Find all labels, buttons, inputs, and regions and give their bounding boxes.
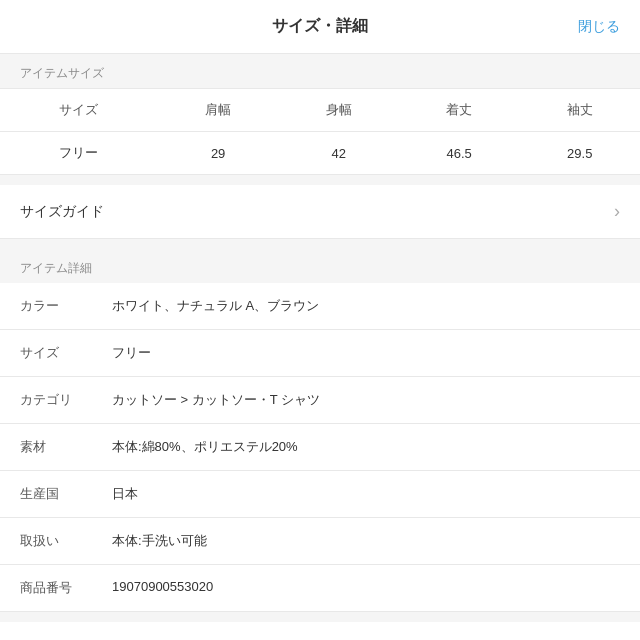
detail-key-care: 取扱い bbox=[20, 532, 92, 550]
cell-length: 46.5 bbox=[399, 132, 520, 175]
detail-value-size: フリー bbox=[92, 344, 151, 362]
col-size: サイズ bbox=[0, 89, 158, 132]
separator-bottom bbox=[0, 612, 640, 622]
detail-row-product-number: 商品番号 19070900553020 bbox=[0, 565, 640, 612]
detail-key-color: カラー bbox=[20, 297, 92, 315]
detail-value-material: 本体:綿80%、ポリエステル20% bbox=[92, 438, 298, 456]
col-body: 身幅 bbox=[278, 89, 399, 132]
detail-key-size: サイズ bbox=[20, 344, 92, 362]
col-shoulder: 肩幅 bbox=[158, 89, 279, 132]
col-length: 着丈 bbox=[399, 89, 520, 132]
table-header-row: サイズ 肩幅 身幅 着丈 袖丈 bbox=[0, 89, 640, 132]
detail-row-care: 取扱い 本体:手洗い可能 bbox=[0, 518, 640, 565]
detail-row-size: サイズ フリー bbox=[0, 330, 640, 377]
detail-row-material: 素材 本体:綿80%、ポリエステル20% bbox=[0, 424, 640, 471]
close-button[interactable]: 閉じる bbox=[578, 18, 620, 36]
col-sleeve: 袖丈 bbox=[519, 89, 640, 132]
cell-body: 42 bbox=[278, 132, 399, 175]
detail-key-origin: 生産国 bbox=[20, 485, 92, 503]
cell-size: フリー bbox=[0, 132, 158, 175]
detail-key-material: 素材 bbox=[20, 438, 92, 456]
item-detail-label: アイテム詳細 bbox=[20, 261, 92, 275]
detail-row-color: カラー ホワイト、ナチュラル A、ブラウン bbox=[0, 283, 640, 330]
table-row: フリー 29 42 46.5 29.5 bbox=[0, 132, 640, 175]
detail-row-origin: 生産国 日本 bbox=[0, 471, 640, 518]
item-size-label: アイテムサイズ bbox=[20, 66, 104, 80]
detail-value-product-number: 19070900553020 bbox=[92, 579, 213, 594]
detail-value-origin: 日本 bbox=[92, 485, 138, 503]
size-guide-label: サイズガイド bbox=[20, 203, 104, 221]
cell-shoulder: 29 bbox=[158, 132, 279, 175]
header: サイズ・詳細 閉じる bbox=[0, 0, 640, 54]
chevron-right-icon: › bbox=[614, 201, 620, 222]
detail-value-category: カットソー > カットソー・T シャツ bbox=[92, 391, 320, 409]
page-container: サイズ・詳細 閉じる アイテムサイズ サイズ 肩幅 身幅 着丈 袖丈 フリー 2… bbox=[0, 0, 640, 622]
size-guide-row[interactable]: サイズガイド › bbox=[0, 185, 640, 239]
item-size-section-bg: アイテムサイズ bbox=[0, 54, 640, 88]
detail-key-category: カテゴリ bbox=[20, 391, 92, 409]
size-table-container: サイズ 肩幅 身幅 着丈 袖丈 フリー 29 42 46.5 29.5 bbox=[0, 88, 640, 175]
item-detail-section-bg: アイテム詳細 bbox=[0, 249, 640, 283]
detail-row-category: カテゴリ カットソー > カットソー・T シャツ bbox=[0, 377, 640, 424]
separator-2 bbox=[0, 239, 640, 249]
detail-value-color: ホワイト、ナチュラル A、ブラウン bbox=[92, 297, 319, 315]
detail-key-product-number: 商品番号 bbox=[20, 579, 92, 597]
cell-sleeve: 29.5 bbox=[519, 132, 640, 175]
size-table: サイズ 肩幅 身幅 着丈 袖丈 フリー 29 42 46.5 29.5 bbox=[0, 88, 640, 175]
page-title: サイズ・詳細 bbox=[272, 16, 368, 37]
detail-value-care: 本体:手洗い可能 bbox=[92, 532, 207, 550]
separator-1 bbox=[0, 175, 640, 185]
